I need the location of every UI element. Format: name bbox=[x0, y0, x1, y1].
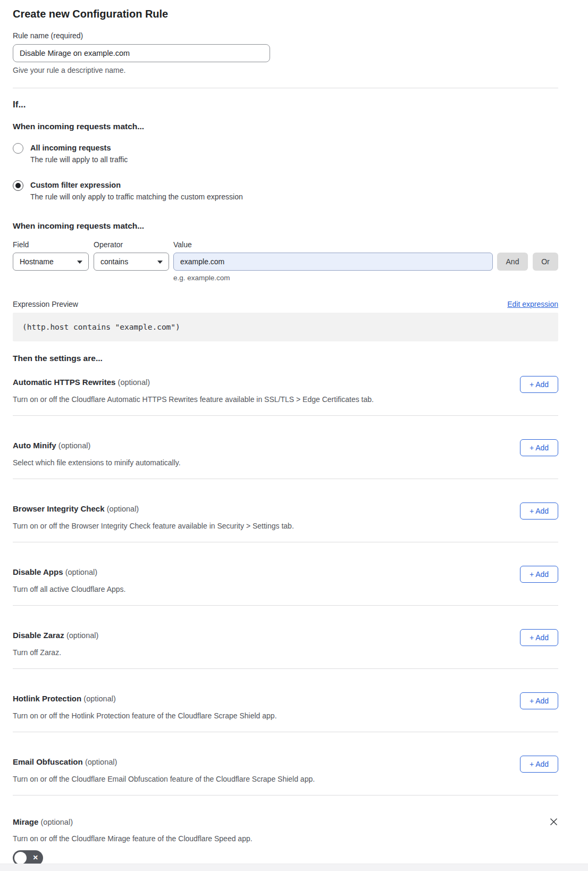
setting-description: Select which file extensions to minify a… bbox=[13, 458, 558, 468]
optional-suffix: (optional) bbox=[41, 818, 73, 826]
expression-preview-row: Expression Preview Edit expression bbox=[13, 300, 558, 308]
settings-list: Automatic HTTPS Rewrites (optional) Turn… bbox=[13, 363, 558, 795]
rule-name-input[interactable] bbox=[13, 44, 270, 62]
field-select[interactable]: Hostname bbox=[13, 253, 89, 271]
setting-section: Browser Integrity Check (optional) Turn … bbox=[13, 479, 558, 542]
value-helper: e.g. example.com bbox=[173, 274, 558, 282]
rule-name-label: Rule name (required) bbox=[13, 31, 558, 40]
setting-description: Turn on or off the Cloudflare Mirage fea… bbox=[13, 834, 558, 844]
setting-title: Disable Apps (optional) bbox=[13, 567, 558, 577]
setting-name: Mirage bbox=[13, 817, 38, 826]
setting-section-mirage: Mirage (optional) Turn on or off the Clo… bbox=[13, 795, 558, 866]
setting-title: Automatic HTTPS Rewrites (optional) bbox=[13, 377, 558, 388]
page-title: Create new Configuration Rule bbox=[13, 7, 558, 20]
radio-button-icon[interactable] bbox=[13, 180, 23, 191]
setting-section: Disable Apps (optional) Turn off all act… bbox=[13, 542, 558, 606]
field-label: Field bbox=[13, 240, 94, 249]
radio-description: The rule will apply to all traffic bbox=[30, 155, 128, 164]
radio-texts: Custom filter expression The rule will o… bbox=[30, 180, 243, 202]
optional-suffix: (optional) bbox=[83, 694, 115, 703]
setting-section: Auto Minify (optional) Select which file… bbox=[13, 416, 558, 479]
setting-name: Automatic HTTPS Rewrites bbox=[13, 378, 115, 387]
or-button[interactable]: Or bbox=[533, 253, 558, 271]
setting-description: Turn off all active Cloudflare Apps. bbox=[13, 584, 558, 594]
add-setting-button[interactable]: + Add bbox=[520, 629, 558, 646]
setting-name: Hotlink Protection bbox=[13, 694, 81, 703]
close-x-glyph bbox=[550, 818, 558, 826]
add-setting-button[interactable]: + Add bbox=[520, 756, 558, 773]
setting-section: Hotlink Protection (optional) Turn on or… bbox=[13, 669, 558, 732]
chevron-down-icon bbox=[77, 261, 82, 264]
toggle-knob bbox=[14, 852, 27, 864]
radio-label: All incoming requests bbox=[30, 143, 128, 153]
value-input[interactable] bbox=[173, 253, 493, 271]
setting-title: Disable Zaraz (optional) bbox=[13, 630, 558, 641]
radio-custom-filter-expression[interactable]: Custom filter expression The rule will o… bbox=[13, 180, 558, 202]
optional-suffix: (optional) bbox=[85, 758, 117, 766]
radio-label: Custom filter expression bbox=[30, 180, 243, 190]
optional-suffix: (optional) bbox=[118, 378, 150, 387]
field-select-value: Hostname bbox=[20, 257, 54, 266]
operator-select-value: contains bbox=[100, 257, 128, 266]
setting-section: Automatic HTTPS Rewrites (optional) Turn… bbox=[13, 363, 558, 416]
optional-suffix: (optional) bbox=[65, 568, 97, 576]
radio-all-incoming-requests[interactable]: All incoming requests The rule will appl… bbox=[13, 143, 558, 164]
create-rule-form: Create new Configuration Rule Rule name … bbox=[13, 0, 558, 866]
section-divider bbox=[13, 88, 558, 88]
optional-suffix: (optional) bbox=[107, 505, 139, 513]
setting-title: Browser Integrity Check (optional) bbox=[13, 504, 558, 514]
builder-labels-row: Field Operator Value bbox=[13, 240, 558, 249]
setting-name: Browser Integrity Check bbox=[13, 504, 105, 513]
rule-name-helper: Give your rule a descriptive name. bbox=[13, 65, 558, 75]
expression-preview-label: Expression Preview bbox=[13, 300, 78, 308]
expression-preview-code: (http.host contains "example.com") bbox=[13, 313, 558, 341]
radio-description: The rule will only apply to traffic matc… bbox=[30, 192, 243, 202]
close-icon[interactable] bbox=[549, 817, 558, 826]
add-setting-button[interactable]: + Add bbox=[520, 502, 558, 520]
page-bottom-strip bbox=[0, 864, 588, 871]
setting-title: Hotlink Protection (optional) bbox=[13, 693, 558, 704]
match-heading: When incoming requests match... bbox=[13, 121, 558, 131]
setting-description: Turn off Zaraz. bbox=[13, 648, 558, 658]
setting-description: Turn on or off the Browser Integrity Che… bbox=[13, 521, 558, 531]
toggle-off-icon: ✕ bbox=[33, 854, 38, 862]
expression-builder-heading: When incoming requests match... bbox=[13, 221, 558, 231]
setting-name: Disable Zaraz bbox=[13, 631, 64, 640]
setting-name: Disable Apps bbox=[13, 567, 63, 576]
add-setting-button[interactable]: + Add bbox=[520, 692, 558, 709]
radio-texts: All incoming requests The rule will appl… bbox=[30, 143, 128, 164]
and-button[interactable]: And bbox=[497, 253, 528, 271]
operator-select[interactable]: contains bbox=[94, 253, 169, 271]
setting-description: Turn on or off the Cloudflare Automatic … bbox=[13, 395, 558, 405]
setting-name: Email Obfuscation bbox=[13, 757, 83, 766]
add-setting-button[interactable]: + Add bbox=[520, 439, 558, 456]
setting-title: Mirage (optional) bbox=[13, 817, 558, 827]
setting-section: Disable Zaraz (optional) Turn off Zaraz.… bbox=[13, 606, 558, 669]
settings-heading: Then the settings are... bbox=[13, 353, 558, 363]
setting-title: Email Obfuscation (optional) bbox=[13, 757, 558, 767]
radio-button-icon[interactable] bbox=[13, 143, 23, 154]
setting-description: Turn on or off the Cloudflare Email Obfu… bbox=[13, 774, 558, 784]
setting-section: Email Obfuscation (optional) Turn on or … bbox=[13, 732, 558, 795]
optional-suffix: (optional) bbox=[58, 441, 90, 450]
add-setting-button[interactable]: + Add bbox=[520, 566, 558, 583]
add-setting-button[interactable]: + Add bbox=[520, 376, 558, 393]
setting-name: Auto Minify bbox=[13, 441, 56, 450]
edit-expression-link[interactable]: Edit expression bbox=[507, 300, 558, 308]
setting-description: Turn on or off the Hotlink Protection fe… bbox=[13, 711, 558, 721]
optional-suffix: (optional) bbox=[66, 631, 98, 640]
operator-label: Operator bbox=[94, 240, 173, 249]
value-label: Value bbox=[173, 240, 192, 249]
builder-controls-row: Hostname contains And Or bbox=[13, 253, 558, 271]
if-heading: If... bbox=[13, 99, 558, 111]
setting-title: Auto Minify (optional) bbox=[13, 440, 558, 451]
chevron-down-icon bbox=[157, 261, 163, 264]
